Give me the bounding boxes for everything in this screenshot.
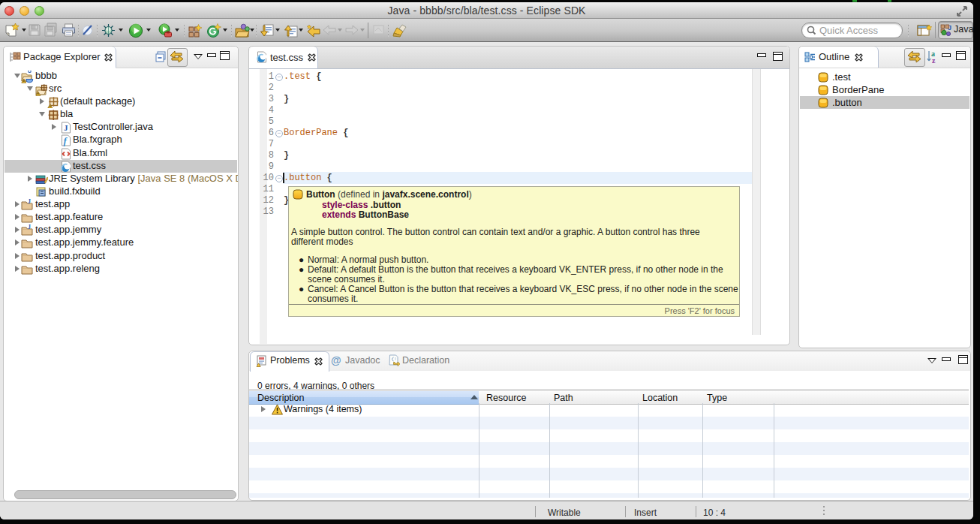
svg-text:J: J	[28, 199, 31, 205]
svg-text:z: z	[932, 56, 936, 64]
svg-text:J: J	[28, 224, 31, 230]
svg-text:J: J	[948, 24, 951, 32]
svg-text:J: J	[64, 123, 68, 132]
